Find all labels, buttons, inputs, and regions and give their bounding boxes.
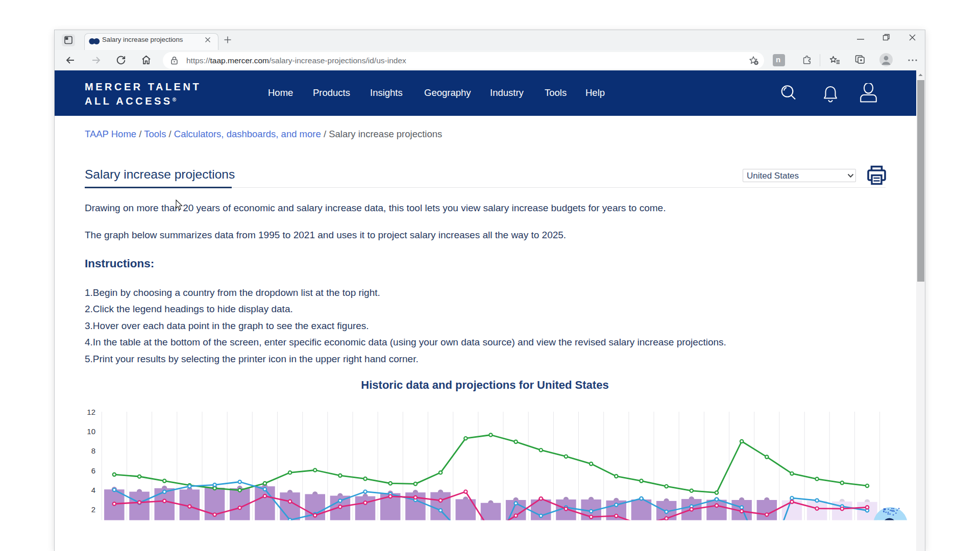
svg-text:12: 12 (87, 408, 95, 416)
svg-text:4: 4 (91, 486, 95, 494)
svg-text:8: 8 (91, 446, 95, 455)
svg-text:10: 10 (87, 427, 95, 436)
svg-text:2: 2 (91, 505, 95, 514)
svg-text:6: 6 (91, 466, 95, 475)
